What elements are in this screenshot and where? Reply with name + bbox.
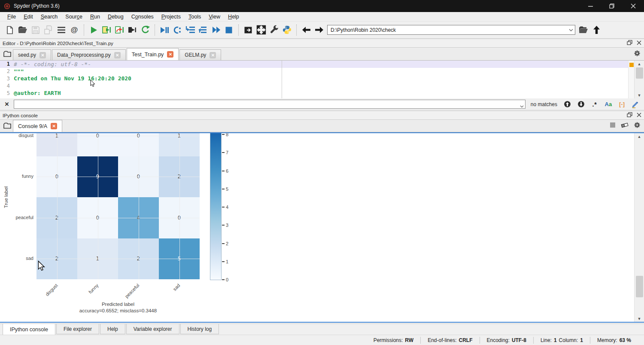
menu-source[interactable]: Source — [61, 13, 86, 21]
code-line[interactable]: 4 — [0, 82, 644, 89]
tab-close-icon[interactable]: ✕ — [210, 52, 216, 58]
forward-icon[interactable] — [313, 24, 325, 37]
chevron-down-icon[interactable] — [520, 102, 524, 110]
regex-icon[interactable]: .* — [589, 99, 600, 110]
tab-close-icon[interactable]: ✕ — [39, 52, 46, 58]
menu-debug[interactable]: Debug — [104, 13, 128, 21]
outline-explorer-icon[interactable] — [55, 24, 68, 37]
console-tab[interactable]: Console 9/A ✕ — [13, 120, 62, 132]
search-input[interactable] — [14, 100, 526, 109]
tab-close-icon[interactable]: ✕ — [114, 52, 121, 58]
editor-tab-test_train.py[interactable]: Test_Train.py✕ — [127, 48, 179, 60]
continue-icon[interactable] — [210, 24, 222, 37]
editor-tab-seed.py[interactable]: seed.py✕ — [13, 49, 51, 60]
scroll-down-icon[interactable]: ▼ — [635, 315, 644, 322]
open-file-icon[interactable] — [16, 24, 29, 37]
spyder-window: Spyder (Python 3.6) FileEditSearchSource… — [0, 0, 644, 345]
minimize-button[interactable] — [580, 0, 601, 12]
undock-icon[interactable] — [627, 112, 632, 119]
editor-tab-bar: seed.py✕Data_Preprocessing.py✕Test_Train… — [0, 48, 644, 61]
close-search-icon[interactable]: ✕ — [3, 101, 10, 107]
interrupt-kernel-icon[interactable] — [610, 122, 616, 130]
restart-kernel-icon[interactable] — [139, 24, 152, 37]
tab-close-icon[interactable]: ✕ — [167, 51, 173, 58]
close-pane-icon[interactable] — [637, 40, 641, 46]
preferences-wrench-icon[interactable] — [267, 24, 280, 37]
open-directory-icon[interactable] — [577, 24, 590, 37]
editor-scrollbar[interactable]: ▲ ▼ — [634, 61, 644, 98]
python-path-icon[interactable] — [280, 24, 293, 37]
tick-mark — [222, 279, 225, 280]
symbol-finder-icon[interactable]: @ — [68, 24, 81, 37]
menu-view[interactable]: View — [205, 13, 224, 21]
gridline — [179, 133, 180, 279]
scroll-up-icon[interactable]: ▲ — [635, 61, 644, 67]
maximize-pane-icon[interactable] — [242, 24, 255, 37]
chevron-down-icon[interactable] — [569, 27, 573, 33]
console-options-gear-icon[interactable] — [634, 122, 641, 130]
step-into-icon[interactable] — [184, 24, 197, 37]
code-editor[interactable]: 1# -*- coding: utf-8 -*-2"""3Created on … — [0, 61, 644, 98]
dock-tab-help[interactable]: Help — [100, 324, 125, 334]
close-pane-icon[interactable] — [637, 113, 641, 118]
run-selection-icon[interactable] — [126, 24, 139, 37]
tick-mark — [222, 261, 225, 262]
find-next-icon[interactable] — [576, 99, 586, 110]
run-file-icon[interactable] — [87, 24, 100, 37]
browse-tabs-icon[interactable] — [2, 121, 13, 131]
editor-tab-data_preprocessing.py[interactable]: Data_Preprocessing.py✕ — [52, 49, 126, 60]
new-file-icon[interactable] — [3, 24, 16, 37]
close-button[interactable] — [623, 0, 644, 12]
step-icon[interactable] — [171, 24, 184, 37]
menu-tools[interactable]: Tools — [185, 13, 205, 21]
debug-file-icon[interactable] — [158, 24, 171, 37]
console-scrollbar[interactable]: ▲ ▼ — [634, 133, 644, 322]
run-cell-icon[interactable] — [100, 24, 113, 37]
dock-tab-history-log[interactable]: History log — [180, 324, 219, 334]
menu-help[interactable]: Help — [224, 13, 243, 21]
tab-close-icon[interactable]: ✕ — [51, 123, 57, 129]
highlight-matches-icon[interactable] — [630, 99, 641, 110]
undock-icon[interactable] — [627, 40, 632, 46]
back-icon[interactable] — [300, 24, 313, 37]
save-icon[interactable] — [29, 24, 42, 37]
scroll-down-icon[interactable]: ▼ — [635, 92, 644, 98]
case-sensitive-icon[interactable]: Aa — [603, 99, 614, 110]
restore-button[interactable] — [601, 0, 623, 12]
y-tick-label: disgust — [3, 133, 33, 138]
code-line[interactable]: 2""" — [0, 68, 644, 75]
menu-projects[interactable]: Projects — [158, 13, 185, 21]
tab-label: seed.py — [18, 52, 36, 58]
scroll-up-icon[interactable]: ▲ — [635, 133, 644, 140]
fullscreen-icon[interactable] — [255, 24, 267, 37]
menu-edit[interactable]: Edit — [20, 13, 37, 21]
status-label: End-of-lines: — [428, 337, 456, 343]
step-out-icon[interactable] — [197, 24, 210, 37]
menu-search[interactable]: Search — [37, 13, 62, 21]
parent-directory-icon[interactable] — [590, 24, 603, 37]
whole-words-icon[interactable]: [-] — [617, 99, 627, 110]
menu-consoles[interactable]: Consoles — [128, 13, 158, 21]
dock-tab-file-explorer[interactable]: File explorer — [56, 324, 99, 334]
save-all-icon[interactable] — [42, 24, 55, 37]
code-line[interactable]: 3Created on Thu Nov 19 16:20:20 2020 — [0, 75, 644, 82]
ipython-console-output[interactable]: 1001090220402125 disgustfunnypeacefulsad… — [0, 132, 644, 323]
run-cell-advance-icon[interactable] — [113, 24, 126, 37]
editor-tab-gelm.py[interactable]: GELM.py✕ — [179, 49, 221, 60]
tick-mark — [222, 189, 225, 189]
find-previous-icon[interactable] — [562, 99, 573, 110]
code-line[interactable]: 1# -*- coding: utf-8 -*- — [0, 61, 644, 68]
browse-tabs-icon[interactable] — [2, 49, 13, 59]
clear-console-icon[interactable] — [621, 122, 629, 130]
code-line[interactable]: 5@author: EARTH — [0, 89, 644, 97]
menu-run[interactable]: Run — [86, 13, 104, 21]
dock-tab-ipython-console[interactable]: IPython console — [3, 324, 55, 335]
editor-scroll-thumb[interactable] — [636, 67, 643, 79]
menu-file[interactable]: File — [3, 13, 20, 21]
editor-pane-title: Editor - D:\Python\Robin 2020\check\Test… — [3, 41, 113, 46]
stop-debug-icon[interactable] — [222, 24, 235, 37]
console-scroll-thumb[interactable] — [636, 276, 643, 297]
working-directory-combo[interactable]: D:\Python\Robin 2020\check — [327, 25, 575, 35]
editor-options-gear-icon[interactable] — [634, 50, 641, 58]
dock-tab-variable-explorer[interactable]: Variable explorer — [126, 324, 179, 334]
